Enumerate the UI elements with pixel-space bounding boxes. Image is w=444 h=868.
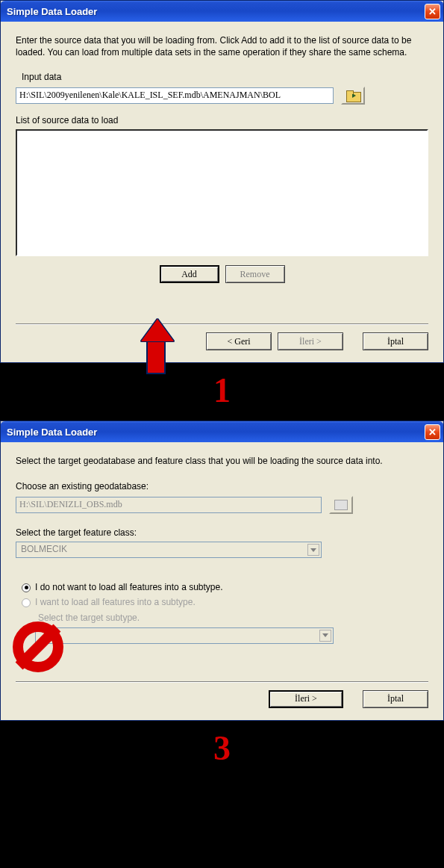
description: Select the target geodatabase and featur… (16, 456, 428, 468)
dialog-target-geodb: Simple Data Loader ✕ Select the target g… (0, 421, 444, 721)
next-button[interactable]: İleri > (269, 690, 343, 708)
browse-button (329, 496, 353, 514)
geodb-label: Choose an existing geodatabase: (16, 481, 428, 493)
titlebar[interactable]: Simple Data Loader ✕ (1, 1, 443, 22)
list-label: List of source data to load (16, 115, 428, 127)
radio-label: I want to load all features into a subty… (35, 597, 196, 609)
step-number-3: 3 (0, 721, 444, 778)
target-subtype-label: Select the target subtype. (38, 613, 428, 624)
chevron-down-icon (319, 630, 331, 642)
dialog-body: Enter the source data that you will be l… (1, 22, 443, 362)
feature-class-value: BOLMECIK (21, 544, 67, 556)
remove-button: Remove (225, 265, 285, 283)
title-text: Simple Data Loader (7, 6, 97, 17)
chevron-down-icon (307, 544, 319, 556)
close-icon[interactable]: ✕ (425, 4, 440, 19)
subtype-dropdown (35, 627, 334, 644)
input-data-label: Input data (22, 72, 428, 84)
source-listbox[interactable] (16, 129, 428, 256)
radio-icon (22, 583, 31, 592)
step-number-1: 1 (0, 363, 444, 421)
cancel-button[interactable]: İptal (363, 690, 428, 708)
feature-class-dropdown: BOLMECIK (16, 542, 322, 558)
geodb-field (16, 497, 322, 513)
radio-load-subtype: I want to load all features into a subty… (22, 597, 428, 609)
back-button[interactable]: < Geri (206, 332, 272, 350)
browse-button[interactable] (341, 87, 365, 105)
radio-icon (22, 598, 31, 607)
add-button[interactable]: Add (160, 265, 219, 283)
next-button: İleri > (278, 332, 343, 350)
close-icon[interactable]: ✕ (425, 424, 440, 440)
prohibition-icon (13, 621, 63, 672)
description: Enter the source data that you will be l… (16, 35, 428, 58)
cancel-button[interactable]: İptal (363, 332, 428, 350)
input-data-field[interactable] (16, 87, 334, 104)
folder-open-icon (346, 90, 360, 101)
title-text: Simple Data Loader (7, 427, 97, 438)
feature-class-label: Select the target feature class: (16, 527, 428, 539)
dialog-body: Select the target geodatabase and featur… (1, 442, 443, 720)
radio-no-subtype[interactable]: I do not want to load all features into … (22, 582, 428, 594)
separator (16, 323, 428, 325)
titlebar[interactable]: Simple Data Loader ✕ (1, 421, 443, 442)
arrow-up-annotation (141, 319, 171, 379)
radio-label: I do not want to load all features into … (35, 582, 223, 594)
dialog-source-data: Simple Data Loader ✕ Enter the source da… (0, 0, 444, 363)
separator (16, 681, 428, 683)
folder-icon (334, 500, 348, 510)
